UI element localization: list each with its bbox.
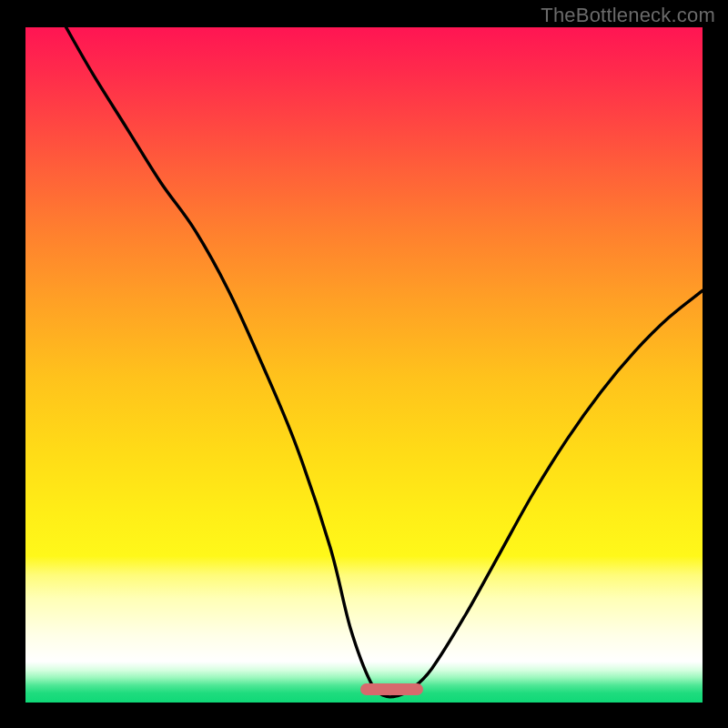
bottleneck-curve: [66, 27, 703, 697]
optimal-marker: [360, 683, 422, 695]
watermark-text: TheBottleneck.com: [541, 4, 715, 27]
plot-area: [25, 27, 703, 703]
chart-frame: TheBottleneck.com: [0, 0, 728, 728]
curve-svg: [25, 27, 703, 703]
